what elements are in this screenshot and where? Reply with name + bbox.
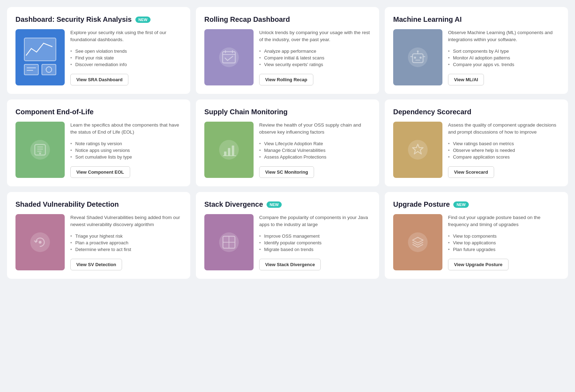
badge-new-sra: NEW: [135, 17, 151, 23]
card-button-stack-divergence[interactable]: View Stack Divergence: [259, 259, 321, 270]
card-supply-chain: Supply Chain Monitoring Review the healt…: [196, 99, 379, 186]
card-button-component-eol[interactable]: View Component EOL: [70, 166, 130, 178]
svg-point-14: [420, 57, 422, 59]
card-title-supply-chain: Supply Chain Monitoring: [204, 108, 288, 116]
card-list-ml-ai: Sort components by AI typeMonitor AI ado…: [448, 48, 560, 68]
card-button-rolling-recap[interactable]: View Rolling Recap: [259, 74, 313, 85]
card-header-dependency-scorecard: Dependency Scorecard: [393, 108, 560, 116]
card-list-shaded-vuln: Triage your highest riskPlan a proactive…: [70, 233, 182, 253]
card-image-rolling-recap: [204, 29, 254, 85]
card-rolling-recap: Rolling Recap Dashboard Unlock trends by…: [196, 7, 379, 94]
card-title-shaded-vuln: Shaded Vulnerability Detection: [15, 200, 119, 208]
svg-point-30: [408, 140, 428, 160]
card-header-component-eol: Component End-of-Life: [15, 108, 182, 116]
card-header-rolling-recap: Rolling Recap Dashboard: [204, 15, 371, 24]
svg-rect-2: [42, 64, 56, 75]
card-body-shaded-vuln: Reveal Shaded Vulnerabilities being adde…: [15, 214, 182, 270]
svg-rect-28: [232, 146, 234, 156]
bullet-item: Plan future upgrades: [448, 246, 560, 253]
card-title-stack-divergence: Stack Divergence: [204, 200, 263, 208]
card-body-supply-chain: Review the health of your OSS supply cha…: [204, 122, 371, 178]
card-button-dependency-scorecard[interactable]: View Scorecard: [448, 166, 494, 178]
card-image-sra: [15, 29, 65, 85]
bullet-item: View ratings based on metrics: [448, 140, 560, 147]
svg-point-6: [219, 47, 239, 67]
card-title-ml-ai: Machine Learning AI: [393, 15, 462, 24]
card-content-dependency-scorecard: Assess the quality of component upgrade …: [448, 122, 560, 178]
card-button-sra[interactable]: View SRA Dashboard: [70, 74, 128, 85]
bullet-item: Find your risk state: [70, 54, 182, 61]
badge-new-upgrade-posture: NEW: [453, 201, 469, 208]
bullet-item: Compare initial & latest scans: [259, 54, 371, 61]
bullet-item: View top applications: [448, 239, 560, 246]
bullet-item: View Lifecycle Adoption Rate: [259, 140, 371, 147]
bullet-item: View security experts' ratings: [259, 61, 371, 68]
card-content-component-eol: Learn the specifics about the components…: [70, 122, 182, 178]
bullet-item: Sort cumulative lists by type: [70, 154, 182, 160]
card-content-shaded-vuln: Reveal Shaded Vulnerabilities being adde…: [70, 214, 182, 270]
bullet-item: Manage Critical Vulnerabilities: [259, 147, 371, 154]
card-header-stack-divergence: Stack Divergence NEW: [204, 200, 371, 208]
card-stack-divergence: Stack Divergence NEW Compare the popular…: [196, 192, 379, 279]
card-component-eol: Component End-of-Life Learn the specific…: [7, 99, 190, 186]
card-image-dependency-scorecard: [393, 122, 442, 178]
bullet-item: Triage your highest risk: [70, 233, 182, 239]
card-button-shaded-vuln[interactable]: View SV Detection: [70, 259, 122, 270]
card-body-dependency-scorecard: Assess the quality of component upgrade …: [393, 122, 560, 178]
bullet-item: Observe where help is needed: [448, 147, 560, 154]
card-image-upgrade-posture: [393, 214, 442, 270]
svg-point-13: [414, 57, 416, 59]
card-image-component-eol: [15, 122, 65, 178]
svg-point-11: [408, 47, 428, 67]
bullet-item: Assess Application Protections: [259, 154, 371, 160]
bullet-item: Note ratings by version: [70, 140, 182, 147]
card-image-shaded-vuln: [15, 214, 65, 270]
card-content-supply-chain: Review the health of your OSS supply cha…: [259, 122, 371, 178]
card-body-sra: Explore your security risk using the fir…: [15, 29, 182, 85]
bullet-item: Determine where to act first: [70, 246, 182, 253]
card-ml-ai: Machine Learning AI Observe Machine Lear…: [385, 7, 568, 94]
svg-rect-0: [24, 38, 56, 61]
card-description-supply-chain: Review the health of your OSS supply cha…: [259, 122, 371, 136]
card-content-sra: Explore your security risk using the fir…: [70, 29, 182, 85]
card-image-supply-chain: [204, 122, 254, 178]
bullet-item: Compare application scores: [448, 154, 560, 160]
card-title-dependency-scorecard: Dependency Scorecard: [393, 108, 471, 116]
card-dependency-scorecard: Dependency Scorecard Assess the quality …: [385, 99, 568, 186]
card-description-sra: Explore your security risk using the fir…: [70, 29, 182, 44]
card-description-shaded-vuln: Reveal Shaded Vulnerabilities being adde…: [70, 214, 182, 229]
bullet-item: Discover remediation info: [70, 61, 182, 68]
card-button-supply-chain[interactable]: View SC Monitoring: [259, 166, 314, 178]
card-upgrade-posture: Upgrade Posture NEW Find out your upgrad…: [385, 192, 568, 279]
card-button-upgrade-posture[interactable]: View Upgrade Posture: [448, 259, 509, 270]
svg-rect-1: [24, 64, 38, 75]
card-shaded-vuln: Shaded Vulnerability Detection Reveal Sh…: [7, 192, 190, 279]
card-title-sra: Dashboard: Security Risk Analysis: [15, 15, 132, 24]
bullet-item: Analyze app performance: [259, 48, 371, 54]
card-description-rolling-recap: Unlock trends by comparing your usage wi…: [259, 29, 371, 44]
card-body-stack-divergence: Compare the popularity of components in …: [204, 214, 371, 270]
card-list-sra: See open violation trendsFind your risk …: [70, 48, 182, 68]
card-list-dependency-scorecard: View ratings based on metricsObserve whe…: [448, 140, 560, 160]
bullet-item: Sort components by AI type: [448, 48, 560, 54]
card-list-upgrade-posture: View top componentsView top applications…: [448, 233, 560, 253]
card-sra: Dashboard: Security Risk Analysis NEW Ex…: [7, 7, 190, 94]
card-button-ml-ai[interactable]: View ML/AI: [448, 74, 484, 85]
card-image-stack-divergence: [204, 214, 254, 270]
card-title-rolling-recap: Rolling Recap Dashboard: [204, 15, 290, 24]
svg-point-17: [417, 51, 419, 52]
card-title-component-eol: Component End-of-Life: [15, 108, 94, 116]
bullet-item: View top components: [448, 233, 560, 239]
bullet-item: Compare your apps vs. trends: [448, 61, 560, 68]
bullet-item: Plan a proactive approach: [70, 239, 182, 246]
svg-point-33: [39, 241, 41, 244]
bullet-item: Identify popular components: [259, 239, 371, 246]
bullet-item: Improve OSS management: [259, 233, 371, 239]
card-header-shaded-vuln: Shaded Vulnerability Detection: [15, 200, 182, 208]
card-description-component-eol: Learn the specifics about the components…: [70, 122, 182, 136]
card-title-upgrade-posture: Upgrade Posture: [393, 200, 450, 208]
svg-rect-27: [228, 148, 230, 156]
badge-new-stack-divergence: NEW: [267, 201, 282, 208]
card-body-rolling-recap: Unlock trends by comparing your usage wi…: [204, 29, 371, 85]
bullet-item: Migrate based on trends: [259, 246, 371, 253]
